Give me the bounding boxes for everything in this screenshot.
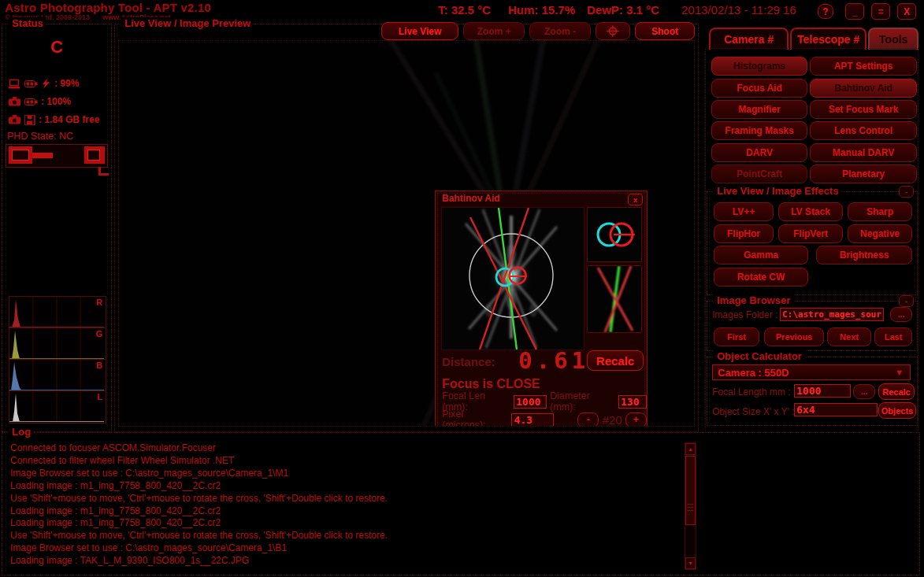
flip-hor-button[interactable]: FlipHor xyxy=(714,224,774,243)
status-meter[interactable] xyxy=(6,144,108,168)
gamma-button[interactable]: Gamma xyxy=(714,246,808,264)
disk-icon xyxy=(24,115,35,125)
log-scrollbar[interactable]: ▲ ▼ xyxy=(685,442,696,570)
spike-zoom-thumbnail xyxy=(587,265,642,333)
last-image-button[interactable]: Last xyxy=(874,327,912,346)
live-view-button[interactable]: Live View xyxy=(381,22,458,40)
histogram-label: L xyxy=(97,392,102,401)
log-lines[interactable]: Connected to focuser ASCOM.Simulator.Foc… xyxy=(10,442,680,568)
close-button[interactable]: X xyxy=(897,3,916,20)
increment-button[interactable]: + xyxy=(625,412,647,427)
lv-stack-button[interactable]: LV Stack xyxy=(778,202,843,221)
bahtinov-aid-dialog: Bahtinov Aid x xyxy=(435,190,648,427)
sharp-button[interactable]: Sharp xyxy=(848,202,912,221)
dialog-recalc-button[interactable]: Recalc xyxy=(587,350,644,371)
set-focus-mark-button[interactable]: Set Focus Mark xyxy=(810,100,917,119)
focal-len-input[interactable] xyxy=(514,395,547,409)
decrement-button[interactable]: - xyxy=(577,412,599,427)
framing-masks-button[interactable]: Framing Masks xyxy=(711,121,807,140)
first-image-button[interactable]: First xyxy=(714,327,759,346)
camera-select-value: Camera : 550D xyxy=(713,367,789,379)
flip-vert-button[interactable]: FlipVert xyxy=(778,224,843,243)
planetary-button[interactable]: Planetary xyxy=(810,165,917,183)
battery-icon xyxy=(24,98,38,106)
scroll-down-icon[interactable]: ▼ xyxy=(685,557,696,569)
meter-bar xyxy=(32,153,53,158)
brightness-button[interactable]: Brightness xyxy=(816,246,912,264)
meter-left-handle xyxy=(9,146,32,164)
computer-icon xyxy=(9,79,21,89)
tab-camera[interactable]: Camera # xyxy=(709,28,789,50)
images-folder-input[interactable] xyxy=(780,308,884,321)
images-folder-label: Images Folder : xyxy=(712,309,777,320)
meter-right-handle xyxy=(84,146,105,164)
shoot-button[interactable]: Shoot xyxy=(635,22,695,40)
browse-folder-button[interactable]: ... xyxy=(890,307,912,322)
log-line: Connected to focuser ASCOM.Simulator.Foc… xyxy=(10,442,680,455)
focal-length-input[interactable] xyxy=(794,384,851,398)
filter-letter: C xyxy=(2,37,111,57)
meter-tail xyxy=(98,167,109,176)
status-panel-title: Status xyxy=(9,17,46,29)
minimize-button[interactable]: _ xyxy=(845,3,864,20)
dialog-close-button[interactable]: x xyxy=(628,194,643,205)
log-line: Connected to filter wheel Filter Wheel S… xyxy=(10,455,680,468)
disk-free-value: : 1.84 GB free xyxy=(39,114,99,125)
focus-status-text: Focus is CLOSE xyxy=(442,377,540,391)
histograms-button[interactable]: Histograms xyxy=(711,57,807,76)
pointcraft-button[interactable]: PointCraft xyxy=(711,165,807,183)
bahtinov-aid-button[interactable]: Bahtinov Aid xyxy=(810,79,917,98)
crosshair-button[interactable] xyxy=(596,22,630,40)
right-panel: Camera # Telescope # Tools Histograms AP… xyxy=(705,24,920,431)
tab-tools[interactable]: Tools xyxy=(868,28,918,50)
next-image-button[interactable]: Next xyxy=(827,327,871,346)
tab-telescope[interactable]: Telescope # xyxy=(790,28,866,50)
camera-select[interactable]: Camera : 550D ▼ xyxy=(712,364,911,380)
zoom-out-button[interactable]: Zoom - xyxy=(529,22,591,40)
camera-battery-value: : 100% xyxy=(41,96,71,107)
apt-main-window: Astro Photography Tool - APT v2.10 © Inc… xyxy=(0,0,924,577)
restore-button[interactable]: = xyxy=(871,3,890,20)
focal-browse-button[interactable]: ... xyxy=(853,384,875,399)
calculator-recalc-button[interactable]: Recalc xyxy=(878,383,915,400)
status-panel: Status C : 99% : 100% : 1.84 GB free PHD… xyxy=(2,24,112,432)
object-size-input[interactable] xyxy=(794,403,878,416)
scroll-up-icon[interactable]: ▲ xyxy=(685,443,696,455)
pixel-input[interactable] xyxy=(511,413,554,427)
collapse-effects-button[interactable]: - xyxy=(899,186,914,198)
collapse-browser-button[interactable]: - xyxy=(899,295,914,307)
log-panel: Log Connected to focuser ASCOM.Simulator… xyxy=(2,432,920,575)
magnifier-button[interactable]: Magnifier xyxy=(711,100,807,119)
image-effects-title: Live View / Image Effects xyxy=(714,185,841,197)
histogram-label: R xyxy=(96,298,102,307)
log-line: Loading image : m1_img_7758_800_420__2C.… xyxy=(10,480,680,493)
log-line: Loading image : m1_img_7758_800_420__2C.… xyxy=(10,505,680,518)
apt-settings-button[interactable]: APT Settings xyxy=(810,57,917,76)
datetime-readout: 2013/02/13 - 11:29 16 xyxy=(681,3,796,17)
help-button[interactable]: ? xyxy=(818,4,833,19)
distance-value: 0.61 xyxy=(518,347,589,374)
object-calculator-section: Object Calculator Camera : 550D ▼ Focal … xyxy=(707,357,918,426)
lv-plus-plus-button[interactable]: LV++ xyxy=(714,202,774,221)
zoom-in-button[interactable]: Zoom + xyxy=(463,22,525,40)
diameter-input[interactable] xyxy=(618,395,647,409)
bahtinov-star-image[interactable] xyxy=(441,207,584,350)
pixel-label: Pixel (microns): xyxy=(442,409,508,427)
darv-button[interactable]: DARV xyxy=(711,143,807,162)
objects-button[interactable]: Objects xyxy=(878,402,916,419)
manual-darv-button[interactable]: Manual DARV xyxy=(810,143,917,162)
image-effects-section: Live View / Image Effects - LV++ LV Stac… xyxy=(707,191,918,295)
image-preview-area[interactable]: Bahtinov Aid x xyxy=(118,40,695,427)
focus-aid-button[interactable]: Focus Aid xyxy=(711,79,807,98)
log-line: Image Browser set to use : C:\astro_mage… xyxy=(10,468,680,480)
scrollbar-thumb[interactable] xyxy=(685,456,696,525)
humidity-readout: Hum: 15.7% xyxy=(508,3,575,17)
power-bolt-icon xyxy=(41,78,51,90)
sample-counter: #20 xyxy=(602,413,622,427)
negative-button[interactable]: Negative xyxy=(848,224,912,243)
rotate-cw-button[interactable]: Rotate CW xyxy=(714,268,808,287)
lens-control-button[interactable]: Lens Control xyxy=(810,121,917,140)
image-browser-title: Image Browser xyxy=(714,294,793,306)
diameter-label: Diameter (mm): xyxy=(550,390,615,412)
previous-image-button[interactable]: Previous xyxy=(764,327,824,346)
